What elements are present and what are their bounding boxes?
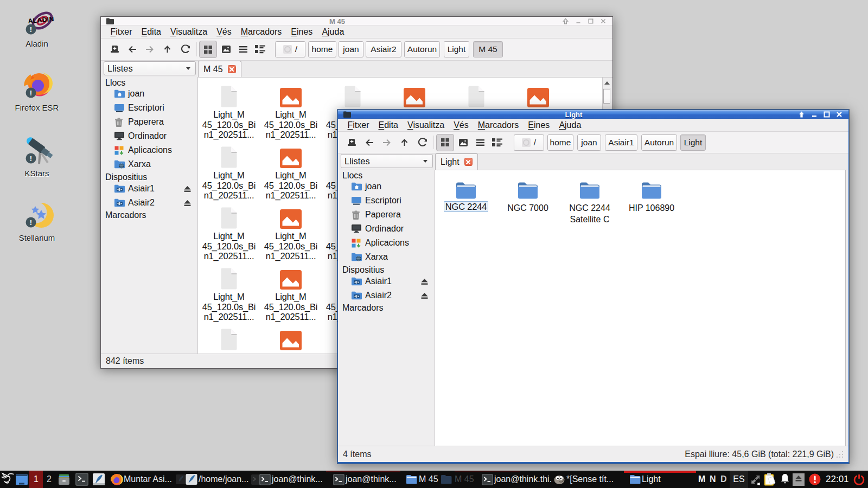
svg-text:!: ! (30, 155, 32, 163)
svg-text:ALADIN: ALADIN (28, 15, 54, 25)
svg-text:!: ! (30, 25, 32, 34)
svg-text:!: ! (30, 219, 32, 227)
svg-text:!: ! (30, 89, 32, 97)
